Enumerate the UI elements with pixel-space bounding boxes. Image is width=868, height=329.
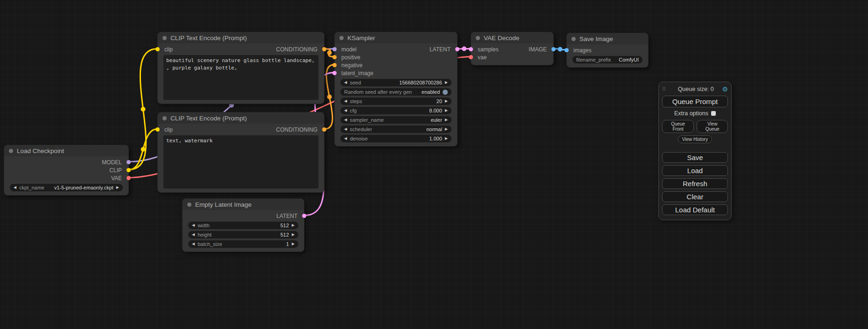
- widget-scheduler[interactable]: ◀ scheduler normal ▶: [340, 126, 452, 133]
- output-dot-clip[interactable]: [127, 168, 131, 172]
- widget-sampler-name[interactable]: ◀ sampler_name euler ▶: [340, 116, 452, 124]
- view-history-button[interactable]: View History: [678, 135, 712, 143]
- queue-prompt-button[interactable]: Queue Prompt: [662, 96, 728, 107]
- output-dot-conditioning[interactable]: [322, 127, 326, 132]
- increment-arrow-icon[interactable]: ▶: [445, 127, 448, 131]
- refresh-button[interactable]: Refresh: [662, 178, 728, 189]
- increment-arrow-icon[interactable]: ▶: [292, 233, 295, 237]
- input-dot-vae[interactable]: [469, 55, 473, 59]
- negative-prompt-textarea[interactable]: text, watermark: [163, 135, 318, 189]
- save-button[interactable]: Save: [662, 152, 728, 163]
- decrement-arrow-icon[interactable]: ◀: [344, 99, 347, 103]
- output-dot-model[interactable]: [127, 160, 131, 164]
- widget-width[interactable]: ◀ width 512 ▶: [188, 222, 298, 229]
- node-header[interactable]: Save Image: [567, 33, 648, 44]
- increment-arrow-icon[interactable]: ▶: [445, 81, 448, 84]
- input-dot-latent-image[interactable]: [332, 71, 337, 75]
- queue-size-label: Queue size: 0: [670, 86, 722, 92]
- widget-random-seed-toggle[interactable]: Random seed after every gen enabled: [340, 88, 452, 96]
- input-dot-negative[interactable]: [332, 63, 337, 67]
- queue-front-button[interactable]: Queue Front: [662, 120, 694, 133]
- node-load-checkpoint[interactable]: Load Checkpoint MODEL CLIP VAE ◀ ckpt_na…: [4, 145, 129, 196]
- widget-value: normal: [375, 126, 442, 132]
- output-dot-image[interactable]: [551, 47, 556, 51]
- collapse-dot-icon[interactable]: [162, 116, 167, 120]
- increment-arrow-icon[interactable]: ▶: [445, 118, 448, 122]
- drag-handle-icon[interactable]: ⠿: [662, 86, 670, 92]
- widget-batch-size[interactable]: ◀ batch_size 1 ▶: [188, 240, 298, 248]
- increment-arrow-icon[interactable]: ▶: [445, 109, 448, 112]
- collapse-dot-icon[interactable]: [162, 36, 167, 40]
- decrement-arrow-icon[interactable]: ◀: [344, 81, 347, 84]
- decrement-arrow-icon[interactable]: ◀: [192, 224, 195, 227]
- decrement-arrow-icon[interactable]: ◀: [192, 242, 195, 246]
- node-header[interactable]: CLIP Text Encode (Prompt): [158, 112, 324, 124]
- node-header[interactable]: Load Checkpoint: [4, 145, 128, 156]
- collapse-dot-icon[interactable]: [339, 36, 344, 40]
- output-dot-latent[interactable]: [302, 214, 306, 218]
- widget-name: ckpt_name: [19, 185, 44, 190]
- clear-button[interactable]: Clear: [662, 191, 728, 202]
- output-dot-vae[interactable]: [127, 176, 131, 180]
- node-header[interactable]: Empty Latent Image: [183, 199, 304, 210]
- increment-arrow-icon[interactable]: ▶: [292, 242, 295, 246]
- widget-name: denoise: [350, 136, 368, 141]
- decrement-arrow-icon[interactable]: ◀: [344, 127, 347, 131]
- settings-gear-icon[interactable]: ⚙: [722, 85, 728, 93]
- node-header[interactable]: KSampler: [335, 32, 457, 43]
- node-empty-latent-image[interactable]: Empty Latent Image LATENT ◀ width 512 ▶ …: [182, 198, 304, 252]
- decrement-arrow-icon[interactable]: ◀: [14, 186, 16, 189]
- widget-filename-prefix[interactable]: filename_prefix ComfyUI: [572, 56, 642, 63]
- increment-arrow-icon[interactable]: ▶: [292, 224, 295, 227]
- decrement-arrow-icon[interactable]: ◀: [344, 118, 347, 122]
- slot-row-images: images: [567, 46, 648, 54]
- node-header[interactable]: VAE Decode: [471, 32, 553, 43]
- node-ksampler[interactable]: KSampler model LATENT positive negative …: [334, 32, 458, 147]
- input-dot-images[interactable]: [565, 48, 569, 52]
- extra-options-row: Extra options: [662, 110, 728, 117]
- output-dot-conditioning[interactable]: [322, 47, 326, 51]
- input-dot-model[interactable]: [332, 47, 337, 51]
- widget-cfg[interactable]: ◀ cfg 8.000 ▶: [340, 107, 452, 114]
- decrement-arrow-icon[interactable]: ◀: [344, 109, 347, 112]
- collapse-dot-icon[interactable]: [9, 149, 13, 153]
- positive-prompt-textarea[interactable]: beautiful scenery nature glass bottle la…: [163, 55, 318, 100]
- load-button[interactable]: Load: [662, 165, 728, 176]
- collapse-dot-icon[interactable]: [572, 37, 576, 41]
- input-dot-clip[interactable]: [155, 127, 160, 132]
- widget-ckpt-name[interactable]: ◀ ckpt_name v1-5-pruned-emaonly.ckpt ▶: [10, 184, 123, 191]
- input-dot-positive[interactable]: [332, 55, 337, 59]
- widget-denoise[interactable]: ◀ denoise 1.000 ▶: [340, 135, 452, 142]
- node-graph-canvas[interactable]: Load Checkpoint MODEL CLIP VAE ◀ ckpt_na…: [0, 0, 868, 329]
- widget-steps[interactable]: ◀ steps 20 ▶: [340, 98, 452, 105]
- increment-arrow-icon[interactable]: ▶: [445, 137, 448, 140]
- widget-value: 512: [212, 223, 289, 228]
- increment-arrow-icon[interactable]: ▶: [116, 186, 119, 189]
- decrement-arrow-icon[interactable]: ◀: [344, 137, 347, 140]
- collapse-dot-icon[interactable]: [476, 36, 480, 40]
- output-row-model: MODEL: [4, 158, 128, 166]
- node-header[interactable]: CLIP Text Encode (Prompt): [158, 32, 324, 43]
- extra-options-checkbox[interactable]: [711, 111, 716, 116]
- increment-arrow-icon[interactable]: ▶: [445, 99, 448, 103]
- load-default-button[interactable]: Load Default: [662, 204, 728, 215]
- widget-value: 8.000: [360, 108, 442, 113]
- widget-name: width: [198, 223, 210, 228]
- output-row-clip: CLIP: [4, 166, 128, 174]
- node-vae-decode[interactable]: VAE Decode samples IMAGE vae: [471, 32, 554, 65]
- collapse-dot-icon[interactable]: [187, 203, 191, 207]
- output-dot-latent[interactable]: [455, 47, 459, 51]
- view-queue-button[interactable]: View Queue: [697, 120, 728, 133]
- output-label-clip: CLIP: [109, 167, 122, 174]
- widget-seed[interactable]: ◀ seed 156680208700286 ▶: [340, 79, 452, 86]
- input-label-clip: clip: [164, 126, 173, 133]
- slot-row-clip-conditioning: clip CONDITIONING: [158, 126, 324, 133]
- node-clip-text-encode-negative[interactable]: CLIP Text Encode (Prompt) clip CONDITION…: [157, 112, 325, 193]
- toggle-knob-icon[interactable]: [443, 90, 448, 95]
- input-dot-clip[interactable]: [155, 47, 160, 51]
- input-dot-samples[interactable]: [469, 47, 473, 51]
- decrement-arrow-icon[interactable]: ◀: [192, 233, 195, 237]
- widget-height[interactable]: ◀ height 512 ▶: [188, 231, 298, 238]
- node-clip-text-encode-positive[interactable]: CLIP Text Encode (Prompt) clip CONDITION…: [157, 32, 325, 104]
- node-save-image[interactable]: Save Image images filename_prefix ComfyU…: [566, 33, 649, 68]
